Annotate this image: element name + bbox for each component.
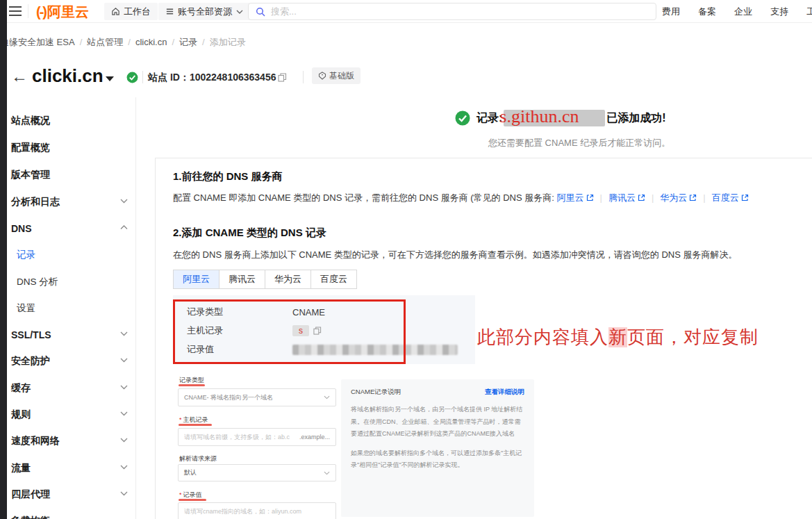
account-resources-button[interactable]: 账号全部资源	[158, 3, 250, 20]
sidebar-item-label: 缓存	[11, 382, 31, 395]
provider-link-baidu[interactable]: 百度云	[712, 192, 749, 203]
success-check-icon	[455, 110, 470, 126]
esa-console-page: (-)阿里云 工作台 账号全部资源 费用 备案 企业 支持 工单 边缘安全加速 …	[0, 0, 812, 519]
sidebar-item-label: SSL/TLS	[11, 329, 51, 340]
divider	[142, 71, 143, 83]
external-link-icon	[741, 194, 749, 201]
sidebar-item-label: 规则	[11, 409, 31, 421]
step1-title: 1.前往您的 DNS 服务商	[173, 170, 283, 183]
nav-enterprise[interactable]: 企业	[734, 6, 752, 18]
breadcrumb-site[interactable]: clicki.cn	[135, 37, 167, 47]
chevron-down-icon	[120, 331, 128, 336]
red-underline-annotation	[179, 499, 206, 501]
breadcrumb-separator: /	[172, 37, 174, 47]
sidebar-item-label: 安全防护	[11, 355, 50, 368]
chevron-down-icon	[120, 411, 128, 416]
sidebar-item-analytics-logs[interactable]: 分析和日志	[7, 195, 136, 209]
success-subtext: 您还需要配置 CNAME 纪录后才能正常访问。	[488, 137, 670, 149]
site-title[interactable]: clicki.cn	[32, 65, 103, 87]
account-resources-label: 账号全部资源	[178, 6, 232, 18]
sidebar-item-label: 记录	[17, 249, 35, 261]
copy-host-record-icon[interactable]	[313, 327, 322, 335]
tab-baidu[interactable]: 百度云	[310, 270, 357, 289]
sidebar: 站点概况 配置概览 版本管理 分析和日志 DNS 记录 DNS 分析 设置 SS…	[7, 97, 136, 519]
sidebar-item-ssl-tls[interactable]: SSL/TLS	[7, 328, 136, 342]
copy-site-id-icon[interactable]	[278, 73, 287, 82]
sidebar-item-records[interactable]: 记录	[7, 248, 136, 262]
sidebar-item-dns-analysis[interactable]: DNS 分析	[7, 275, 136, 289]
search-icon	[256, 7, 265, 17]
chevron-down-icon	[120, 438, 128, 443]
external-link-icon	[586, 194, 594, 201]
record-value-label: 记录值	[187, 343, 292, 356]
site-switcher-caret-icon[interactable]	[106, 76, 114, 81]
chevron-down-icon	[324, 471, 330, 475]
sidebar-item-config-overview[interactable]: 配置概览	[7, 141, 136, 155]
sidebar-item-label: 站点概况	[11, 115, 50, 127]
sidebar-item-version-management[interactable]: 版本管理	[7, 168, 136, 182]
view-details-link[interactable]: 查看详细说明	[485, 388, 524, 397]
provider-link-huawei[interactable]: 华为云	[660, 192, 697, 203]
breadcrumb-separator: /	[202, 37, 205, 47]
tab-tencent[interactable]: 腾讯云	[219, 270, 265, 289]
breadcrumb-esa[interactable]: 边缘安全加速 ESA	[0, 37, 75, 47]
sidebar-item-security[interactable]: 安全防护	[7, 354, 136, 368]
sidebar-item-rules[interactable]: 规则	[7, 408, 136, 422]
example-source-value: 默认	[184, 468, 197, 477]
example-record-value-input[interactable]	[178, 502, 336, 519]
sidebar-item-label: 负载均衡	[11, 515, 50, 519]
chevron-down-icon	[120, 358, 128, 363]
breadcrumb-separator: /	[128, 37, 131, 47]
provider-link-tencent[interactable]: 腾讯云	[608, 192, 645, 203]
nav-icp[interactable]: 备案	[698, 6, 716, 18]
search-input[interactable]	[271, 6, 649, 17]
example-host-suffix: .example...	[299, 434, 330, 440]
sidebar-item-load-balancer[interactable]: 负载均衡	[7, 514, 136, 519]
provider-link-aliyun[interactable]: 阿里云	[557, 192, 594, 203]
example-record-type-select[interactable]: CNAME- 将域名指向另一个域名	[178, 388, 336, 406]
host-record-label: 主机记录	[187, 324, 292, 337]
cname-setup-card: 1.前往您的 DNS 服务商 配置 CNAME 即添加 CNAME 类型的 DN…	[155, 158, 812, 519]
nav-billing[interactable]: 费用	[662, 6, 680, 18]
sidebar-item-label: 配置概览	[11, 142, 50, 154]
sidebar-item-cache[interactable]: 缓存	[7, 381, 136, 395]
sidebar-item-traffic[interactable]: 流量	[7, 461, 136, 475]
red-underline-annotation	[179, 424, 212, 426]
aliyun-logo-text: 阿里云	[47, 4, 89, 19]
redacted-record-name: s.githun.cn	[504, 110, 605, 126]
cname-description-title: CNAME记录说明	[351, 388, 401, 397]
breadcrumb-records[interactable]: 记录	[179, 37, 197, 47]
record-info-panel: 记录类型 CNAME 主机记录 s 记录值	[173, 295, 475, 364]
sidebar-item-dns-settings[interactable]: 设置	[7, 302, 136, 315]
breadcrumb-separator: /	[80, 37, 83, 47]
example-host-record-field[interactable]	[184, 434, 299, 440]
success-prefix: 记录:	[477, 111, 502, 126]
sidebar-item-label: 速度和网络	[11, 435, 60, 447]
sidebar-item-l4-proxy[interactable]: 四层代理	[7, 488, 136, 502]
site-id: 站点 ID：1002248106363456	[148, 72, 276, 84]
tab-aliyun[interactable]: 阿里云	[173, 270, 219, 289]
sidebar-item-label: DNS	[11, 223, 32, 234]
sidebar-item-dns[interactable]: DNS	[7, 222, 136, 236]
sidebar-item-label: DNS 分析	[17, 276, 58, 288]
workbench-button[interactable]: 工作台	[104, 3, 158, 20]
tab-huawei[interactable]: 华为云	[265, 270, 311, 289]
example-record-value-field[interactable]	[184, 508, 330, 515]
example-source-select[interactable]: 默认	[178, 464, 336, 481]
aliyun-logo[interactable]: (-)阿里云	[36, 3, 89, 22]
external-link-icon	[689, 194, 697, 201]
sidebar-item-site-overview[interactable]: 站点概况	[7, 114, 136, 128]
example-host-record-input[interactable]: .example...	[178, 428, 336, 446]
breadcrumb-site-management[interactable]: 站点管理	[87, 37, 123, 47]
breadcrumb: 边缘安全加速 ESA/站点管理/clicki.cn/记录/添加记录	[0, 36, 246, 49]
nav-ticket[interactable]: 工单	[806, 6, 812, 18]
back-arrow-icon[interactable]: ←	[11, 68, 28, 85]
provider-tabs: 阿里云 腾讯云 华为云 百度云	[173, 270, 357, 289]
hamburger-menu-icon[interactable]	[9, 6, 22, 16]
nav-support[interactable]: 支持	[770, 6, 788, 18]
cname-description-panel: CNAME记录说明 查看详细说明 将域名解析指向另一个域名，由另一个域名提供 I…	[341, 379, 534, 517]
red-underline-annotation	[179, 384, 205, 386]
redacted-record-value	[292, 345, 458, 355]
sidebar-item-speed-network[interactable]: 速度和网络	[7, 434, 136, 448]
step1-desc: 配置 CNAME 即添加 CNAME 类型的 DNS 记录，需前往您的 DNS …	[173, 192, 749, 204]
